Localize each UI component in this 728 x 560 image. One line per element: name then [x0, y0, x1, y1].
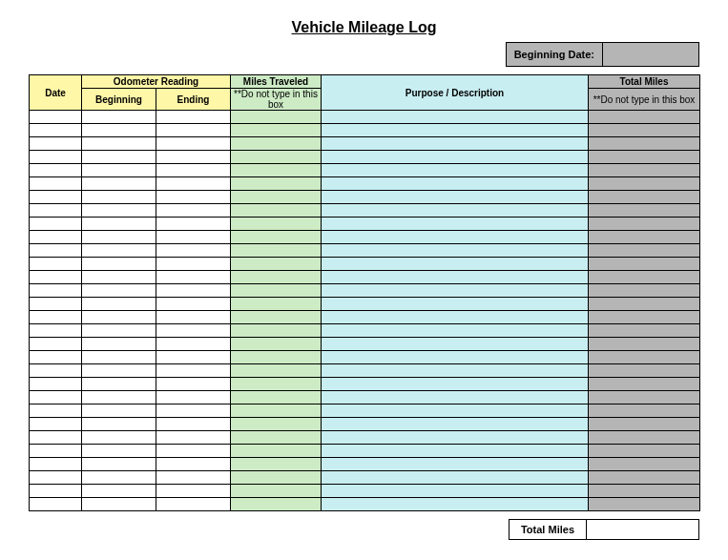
- purpose-cell[interactable]: [322, 151, 589, 164]
- beginning-date-value[interactable]: [603, 43, 698, 66]
- odometer-ending-cell[interactable]: [156, 391, 231, 404]
- date-cell[interactable]: [30, 418, 82, 431]
- date-cell[interactable]: [30, 284, 82, 298]
- odometer-ending-cell[interactable]: [156, 137, 231, 151]
- date-cell[interactable]: [30, 151, 82, 164]
- odometer-beginning-cell[interactable]: [82, 458, 156, 471]
- purpose-cell[interactable]: [322, 498, 589, 511]
- purpose-cell[interactable]: [322, 204, 589, 218]
- odometer-ending-cell[interactable]: [156, 218, 231, 231]
- odometer-beginning-cell[interactable]: [82, 271, 156, 284]
- date-cell[interactable]: [30, 218, 82, 231]
- date-cell[interactable]: [30, 471, 82, 485]
- odometer-ending-cell[interactable]: [156, 351, 231, 364]
- purpose-cell[interactable]: [322, 458, 589, 471]
- purpose-cell[interactable]: [322, 311, 589, 324]
- date-cell[interactable]: [30, 324, 82, 338]
- odometer-ending-cell[interactable]: [156, 111, 231, 124]
- date-cell[interactable]: [30, 244, 82, 258]
- odometer-beginning-cell[interactable]: [82, 378, 156, 391]
- date-cell[interactable]: [30, 378, 82, 391]
- date-cell[interactable]: [30, 458, 82, 471]
- date-cell[interactable]: [30, 445, 82, 458]
- purpose-cell[interactable]: [322, 231, 589, 244]
- odometer-ending-cell[interactable]: [156, 458, 231, 471]
- odometer-beginning-cell[interactable]: [82, 284, 156, 298]
- odometer-beginning-cell[interactable]: [82, 445, 156, 458]
- date-cell[interactable]: [30, 364, 82, 378]
- odometer-ending-cell[interactable]: [156, 338, 231, 351]
- odometer-beginning-cell[interactable]: [82, 298, 156, 311]
- date-cell[interactable]: [30, 231, 82, 244]
- odometer-ending-cell[interactable]: [156, 471, 231, 485]
- purpose-cell[interactable]: [322, 378, 589, 391]
- purpose-cell[interactable]: [322, 404, 589, 418]
- odometer-ending-cell[interactable]: [156, 204, 231, 218]
- odometer-ending-cell[interactable]: [156, 498, 231, 511]
- odometer-ending-cell[interactable]: [156, 191, 231, 204]
- date-cell[interactable]: [30, 498, 82, 511]
- odometer-ending-cell[interactable]: [156, 418, 231, 431]
- odometer-beginning-cell[interactable]: [82, 498, 156, 511]
- purpose-cell[interactable]: [322, 338, 589, 351]
- odometer-ending-cell[interactable]: [156, 311, 231, 324]
- date-cell[interactable]: [30, 258, 82, 271]
- odometer-ending-cell[interactable]: [156, 244, 231, 258]
- odometer-ending-cell[interactable]: [156, 124, 231, 137]
- odometer-beginning-cell[interactable]: [82, 204, 156, 218]
- purpose-cell[interactable]: [322, 485, 589, 498]
- odometer-ending-cell[interactable]: [156, 164, 231, 177]
- odometer-ending-cell[interactable]: [156, 177, 231, 191]
- date-cell[interactable]: [30, 204, 82, 218]
- purpose-cell[interactable]: [322, 258, 589, 271]
- purpose-cell[interactable]: [322, 431, 589, 445]
- purpose-cell[interactable]: [322, 445, 589, 458]
- odometer-ending-cell[interactable]: [156, 231, 231, 244]
- date-cell[interactable]: [30, 177, 82, 191]
- odometer-ending-cell[interactable]: [156, 151, 231, 164]
- odometer-beginning-cell[interactable]: [82, 485, 156, 498]
- odometer-beginning-cell[interactable]: [82, 324, 156, 338]
- odometer-beginning-cell[interactable]: [82, 311, 156, 324]
- purpose-cell[interactable]: [322, 218, 589, 231]
- odometer-ending-cell[interactable]: [156, 271, 231, 284]
- odometer-beginning-cell[interactable]: [82, 177, 156, 191]
- purpose-cell[interactable]: [322, 471, 589, 485]
- odometer-ending-cell[interactable]: [156, 445, 231, 458]
- odometer-beginning-cell[interactable]: [82, 471, 156, 485]
- purpose-cell[interactable]: [322, 351, 589, 364]
- date-cell[interactable]: [30, 404, 82, 418]
- odometer-beginning-cell[interactable]: [82, 231, 156, 244]
- date-cell[interactable]: [30, 164, 82, 177]
- odometer-ending-cell[interactable]: [156, 378, 231, 391]
- date-cell[interactable]: [30, 298, 82, 311]
- purpose-cell[interactable]: [322, 124, 589, 137]
- odometer-beginning-cell[interactable]: [82, 338, 156, 351]
- purpose-cell[interactable]: [322, 284, 589, 298]
- odometer-beginning-cell[interactable]: [82, 351, 156, 364]
- odometer-beginning-cell[interactable]: [82, 218, 156, 231]
- odometer-ending-cell[interactable]: [156, 404, 231, 418]
- odometer-ending-cell[interactable]: [156, 298, 231, 311]
- odometer-beginning-cell[interactable]: [82, 124, 156, 137]
- purpose-cell[interactable]: [322, 324, 589, 338]
- odometer-beginning-cell[interactable]: [82, 191, 156, 204]
- odometer-beginning-cell[interactable]: [82, 258, 156, 271]
- date-cell[interactable]: [30, 311, 82, 324]
- purpose-cell[interactable]: [322, 271, 589, 284]
- date-cell[interactable]: [30, 137, 82, 151]
- odometer-beginning-cell[interactable]: [82, 364, 156, 378]
- odometer-beginning-cell[interactable]: [82, 137, 156, 151]
- odometer-beginning-cell[interactable]: [82, 418, 156, 431]
- date-cell[interactable]: [30, 485, 82, 498]
- odometer-beginning-cell[interactable]: [82, 111, 156, 124]
- odometer-beginning-cell[interactable]: [82, 244, 156, 258]
- date-cell[interactable]: [30, 431, 82, 445]
- date-cell[interactable]: [30, 271, 82, 284]
- odometer-beginning-cell[interactable]: [82, 164, 156, 177]
- purpose-cell[interactable]: [322, 391, 589, 404]
- date-cell[interactable]: [30, 391, 82, 404]
- odometer-ending-cell[interactable]: [156, 431, 231, 445]
- purpose-cell[interactable]: [322, 164, 589, 177]
- purpose-cell[interactable]: [322, 364, 589, 378]
